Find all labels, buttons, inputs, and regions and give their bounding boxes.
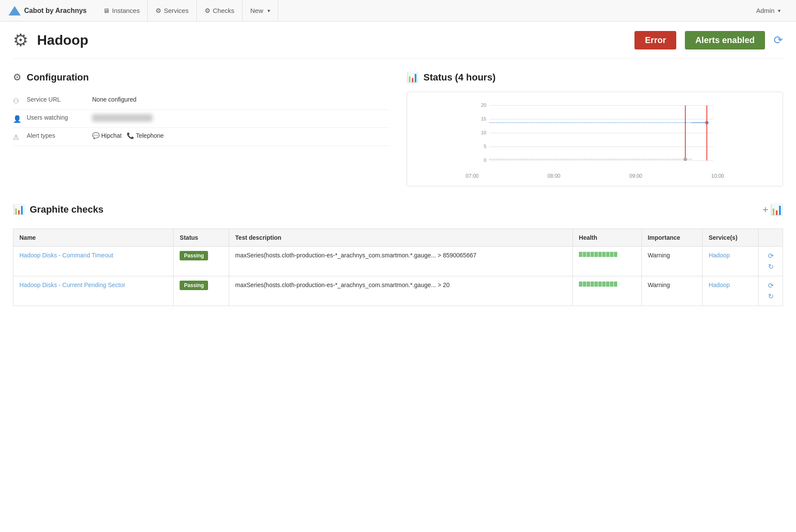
- svg-point-16: [684, 158, 687, 161]
- service-link-2[interactable]: Hadoop: [709, 281, 730, 288]
- health-dot: [591, 252, 594, 257]
- checks-gear-icon: ⚙: [205, 7, 210, 15]
- check-description-cell: maxSeries(hosts.cloth-production-es-*_ar…: [229, 247, 573, 276]
- nav-checks[interactable]: ⚙ Checks: [197, 0, 243, 22]
- check-name-link-1[interactable]: Hadoop Disks - Command Timeout: [19, 252, 113, 259]
- checks-table: Name Status Test description Health Impo…: [13, 229, 783, 306]
- check-status-cell: Passing: [174, 276, 229, 306]
- user-avatar-blur-1: [92, 114, 152, 122]
- nav-instances[interactable]: 🖥 Instances: [95, 0, 148, 22]
- health-dot: [594, 252, 598, 257]
- check-health-cell: [572, 276, 641, 306]
- check-description-2: maxSeries(hosts.cloth-production-es-*_ar…: [235, 281, 450, 288]
- col-header-description: Test description: [229, 229, 573, 247]
- hipchat-label: Hipchat: [101, 132, 121, 139]
- health-dot: [583, 281, 586, 287]
- passing-badge-1: Passing: [180, 251, 208, 260]
- brand-logo[interactable]: Cabot by Arachnys: [9, 6, 87, 15]
- check-name-cell: Hadoop Disks - Current Pending Sector: [13, 276, 174, 306]
- action-icons-1: ⟳ ↻: [765, 252, 777, 271]
- service-link-1[interactable]: Hadoop: [709, 252, 730, 259]
- col-header-services: Service(s): [703, 229, 759, 247]
- brand-triangle-icon: [9, 6, 21, 15]
- health-bar-2: [579, 281, 635, 287]
- config-row-users: 👤 Users watching: [13, 110, 389, 128]
- admin-label: Admin: [756, 7, 774, 14]
- brand-name: Cabot by Arachnys: [24, 7, 87, 15]
- col-header-name: Name: [13, 229, 174, 247]
- graphite-title: Graphite checks: [30, 204, 103, 215]
- check-service-cell: Hadoop: [703, 276, 759, 306]
- health-dot: [579, 281, 582, 287]
- alert-types-value: 💬 Hipchat 📞 Telephone: [92, 132, 389, 139]
- check-description-cell: maxSeries(hosts.cloth-production-es-*_ar…: [229, 276, 573, 306]
- users-watching-value: [92, 114, 389, 123]
- add-graphite-check-button[interactable]: + 📊: [762, 204, 783, 216]
- health-dot: [610, 252, 613, 257]
- config-row-alerts: ⚠ Alert types 💬 Hipchat 📞 Telephone: [13, 128, 389, 146]
- chart-label-1000: 10:00: [711, 173, 724, 179]
- refresh-check-icon-1[interactable]: ↻: [768, 263, 774, 271]
- nav-checks-label: Checks: [213, 7, 234, 14]
- check-actions-cell: ⟳ ↻: [759, 276, 783, 306]
- health-dot: [598, 281, 602, 287]
- action-icons-2: ⟳ ↻: [765, 281, 777, 300]
- graphite-header: 📊 Graphite checks + 📊: [13, 204, 783, 220]
- health-dot: [591, 281, 594, 287]
- svg-text:5: 5: [484, 144, 486, 149]
- plus-icon: +: [762, 204, 768, 216]
- refresh-check-icon-2[interactable]: ↻: [768, 292, 774, 300]
- chart-svg: 20 15 10 5 0: [414, 99, 776, 168]
- chart-icon: 📊: [407, 72, 418, 83]
- passing-badge-2: Passing: [180, 281, 208, 290]
- page-content: ⚙ Hadoop Error Alerts enabled ⟳ ⚙ Config…: [0, 22, 796, 315]
- col-header-importance: Importance: [641, 229, 703, 247]
- chart-label-0900: 09:00: [629, 173, 642, 179]
- nav-new[interactable]: New: [243, 0, 278, 22]
- nav-services-label: Services: [164, 7, 189, 14]
- health-dot: [594, 281, 598, 287]
- telephone-label: Telephone: [136, 132, 164, 139]
- edit-check-icon-1[interactable]: ⟳: [768, 252, 774, 260]
- health-dot: [614, 281, 617, 287]
- alert-telephone: 📞 Telephone: [127, 132, 164, 139]
- check-service-cell: Hadoop: [703, 247, 759, 276]
- status-section: 📊 Status (4 hours) 20 15 10 5 0: [407, 72, 783, 186]
- graphite-section: 📊 Graphite checks + 📊 Name Status Test d…: [13, 204, 783, 306]
- check-importance-2: Warning: [648, 281, 670, 288]
- health-dot: [587, 281, 590, 287]
- edit-icon[interactable]: ⟳: [774, 34, 783, 47]
- two-col-layout: ⚙ Configuration ⚇ Service URL None confi…: [13, 72, 783, 186]
- config-title: Configuration: [27, 72, 89, 83]
- configuration-section: ⚙ Configuration ⚇ Service URL None confi…: [13, 72, 389, 186]
- admin-menu[interactable]: Admin: [749, 7, 787, 14]
- services-gear-icon: ⚙: [155, 7, 161, 15]
- link-icon: ⚇: [13, 97, 22, 105]
- health-dot: [598, 252, 602, 257]
- user-icon: 👤: [13, 115, 22, 123]
- check-actions-cell: ⟳ ↻: [759, 247, 783, 276]
- chart-area: 20 15 10 5 0: [414, 99, 776, 168]
- edit-check-icon-2[interactable]: ⟳: [768, 281, 774, 290]
- service-header: ⚙ Hadoop Error Alerts enabled ⟳: [13, 30, 783, 59]
- service-url-value: None configured: [92, 96, 389, 103]
- hipchat-icon: 💬: [92, 132, 100, 139]
- nav-instances-label: Instances: [112, 7, 140, 14]
- check-status-cell: Passing: [174, 247, 229, 276]
- health-dot: [579, 252, 582, 257]
- users-watching-label: Users watching: [27, 114, 87, 121]
- svg-text:20: 20: [481, 102, 486, 108]
- nav-new-label: New: [250, 7, 263, 14]
- bar-chart-icon: 📊: [770, 204, 783, 216]
- col-header-status: Status: [174, 229, 229, 247]
- check-importance-cell: Warning: [641, 247, 703, 276]
- table-row: Hadoop Disks - Command Timeout Passing m…: [13, 247, 783, 276]
- check-name-link-2[interactable]: Hadoop Disks - Current Pending Sector: [19, 281, 125, 288]
- status-title: Status (4 hours): [423, 72, 495, 83]
- health-dot: [614, 252, 617, 257]
- health-dot: [606, 252, 609, 257]
- service-gear-icon: ⚙: [13, 30, 28, 50]
- svg-text:10: 10: [481, 130, 486, 135]
- config-header: ⚙ Configuration: [13, 72, 389, 83]
- nav-services[interactable]: ⚙ Services: [148, 0, 197, 22]
